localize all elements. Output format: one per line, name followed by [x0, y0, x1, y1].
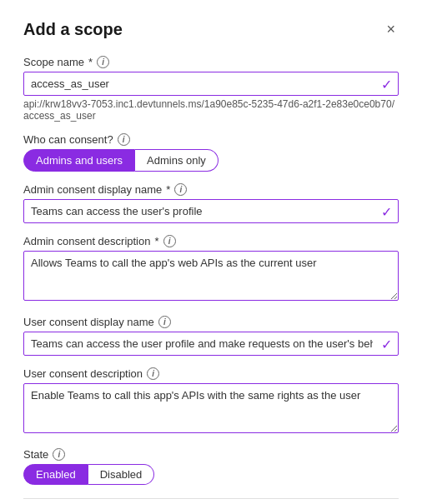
scope-name-input-wrapper: ✓	[23, 72, 399, 96]
user-consent-description-group: User consent description i Enable Teams …	[23, 367, 399, 437]
state-disabled-button[interactable]: Disabled	[88, 464, 155, 485]
state-enabled-button[interactable]: Enabled	[23, 464, 88, 485]
admin-consent-description-group: Admin consent description * i Allows Tea…	[23, 235, 399, 304]
state-info-icon[interactable]: i	[53, 448, 65, 461]
admin-consent-description-label: Admin consent description * i	[23, 235, 399, 247]
user-consent-description-label: User consent description i	[23, 367, 399, 380]
add-scope-dialog: Add a scope × Scope name * i ✓ api://krw…	[0, 0, 422, 504]
state-label: State i	[23, 448, 399, 461]
user-consent-display-name-check-icon: ✓	[381, 336, 392, 352]
admin-consent-display-name-label: Admin consent display name * i	[23, 183, 399, 196]
dialog-title: Add a scope	[23, 20, 123, 39]
admin-consent-display-name-info-icon[interactable]: i	[174, 183, 187, 196]
state-group: State i Enabled Disabled	[23, 448, 399, 485]
scope-name-input[interactable]	[23, 72, 399, 96]
consent-buttons: Admins and users Admins only	[23, 149, 399, 172]
admin-consent-display-name-group: Admin consent display name * i ✓	[23, 183, 399, 223]
user-consent-display-name-input[interactable]	[23, 332, 399, 356]
scope-api-url: api://krw18vv3-7053.inc1.devtunnels.ms/1…	[23, 98, 399, 122]
admin-consent-description-input[interactable]: Allows Teams to call the app's web APIs …	[23, 251, 399, 301]
consent-admins-only-button[interactable]: Admins only	[135, 149, 219, 172]
scope-name-group: Scope name * i ✓ api://krw18vv3-7053.inc…	[23, 56, 399, 122]
admin-consent-description-info-icon[interactable]: i	[163, 235, 176, 247]
who-can-consent-label: Who can consent? i	[23, 133, 399, 146]
user-consent-display-name-label: User consent display name i	[23, 316, 399, 328]
user-consent-display-name-group: User consent display name i ✓	[23, 316, 399, 356]
scope-name-label: Scope name * i	[23, 56, 399, 68]
scope-name-info-icon[interactable]: i	[97, 56, 109, 68]
user-consent-display-name-input-wrapper: ✓	[23, 332, 399, 356]
admin-consent-display-name-check-icon: ✓	[381, 203, 392, 219]
user-consent-description-info-icon[interactable]: i	[147, 367, 159, 380]
scope-name-check-icon: ✓	[381, 76, 392, 92]
dialog-header: Add a scope ×	[23, 20, 399, 39]
admin-consent-display-name-input[interactable]	[23, 199, 399, 223]
who-can-consent-info-icon[interactable]: i	[118, 133, 130, 146]
admin-consent-display-name-input-wrapper: ✓	[23, 199, 399, 223]
user-consent-display-name-info-icon[interactable]: i	[158, 316, 171, 328]
who-can-consent-group: Who can consent? i Admins and users Admi…	[23, 133, 399, 172]
user-consent-description-input[interactable]: Enable Teams to call this app's APIs wit…	[23, 383, 399, 433]
close-button[interactable]: ×	[383, 20, 399, 38]
consent-admins-and-users-button[interactable]: Admins and users	[23, 149, 135, 172]
footer-divider	[23, 498, 399, 499]
state-buttons: Enabled Disabled	[23, 464, 399, 485]
